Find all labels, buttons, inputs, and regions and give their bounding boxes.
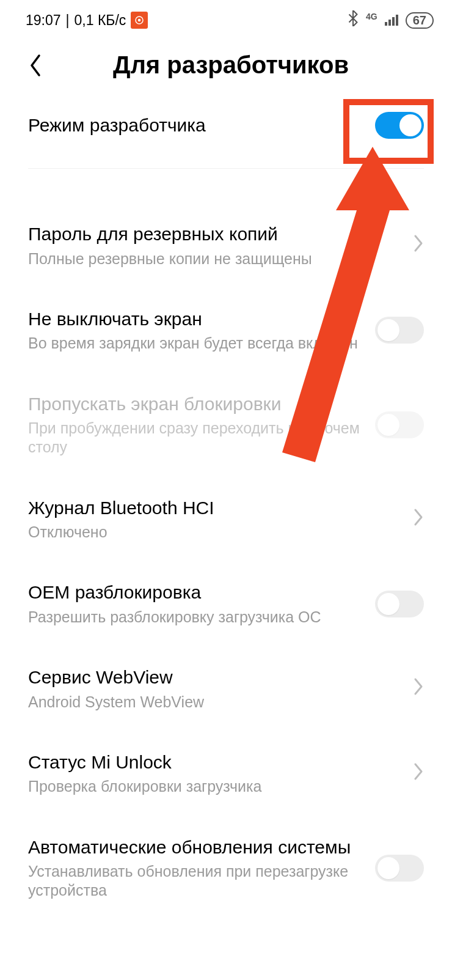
back-button[interactable] <box>22 52 49 79</box>
oem-unlock-sub: Разрешить разблокировку загрузчика ОС <box>28 608 363 627</box>
stay-awake-label: Не выключать экран <box>28 308 363 331</box>
row-skip-lock-screen: Пропускать экран блокировки При пробужде… <box>0 373 452 477</box>
developer-mode-label: Режим разработчика <box>28 114 363 137</box>
auto-update-label: Автоматические обновления системы <box>28 836 363 859</box>
mi-unlock-sub: Проверка блокировки загрузчика <box>28 777 401 796</box>
backup-password-label: Пароль для резервных копий <box>28 223 401 246</box>
auto-update-sub: Устанавливать обновления при перезагрузк… <box>28 862 363 901</box>
row-bluetooth-hci[interactable]: Журнал Bluetooth HCI Отключено <box>0 477 452 562</box>
row-oem-unlock[interactable]: OEM разблокировка Разрешить разблокировк… <box>0 561 452 646</box>
status-bar: 19:07 | 0,1 КБ/с 4G 67 <box>0 0 452 34</box>
chevron-right-icon <box>413 761 424 786</box>
status-right: 4G 67 <box>348 10 434 30</box>
stay-awake-sub: Во время зарядки экран будет всегда вклю… <box>28 334 363 353</box>
bluetooth-hci-sub: Отключено <box>28 523 401 542</box>
developer-mode-toggle[interactable] <box>375 112 424 139</box>
skip-lock-sub: При пробуждении сразу переходить к рабоч… <box>28 419 363 457</box>
oem-unlock-label: OEM разблокировка <box>28 581 363 604</box>
row-webview-service[interactable]: Сервис WebView Android System WebView <box>0 646 452 731</box>
skip-lock-toggle <box>375 411 424 438</box>
chevron-right-icon <box>413 506 424 532</box>
chevron-right-icon <box>413 676 424 701</box>
signal-icon <box>385 15 398 26</box>
status-sep: | <box>66 12 70 29</box>
status-time: 19:07 <box>26 12 61 29</box>
stay-awake-toggle[interactable] <box>375 317 424 344</box>
row-mi-unlock[interactable]: Статус Mi Unlock Проверка блокировки заг… <box>0 731 452 816</box>
bluetooth-hci-label: Журнал Bluetooth HCI <box>28 496 401 520</box>
settings-list: Режим разработчика Пароль для резервных … <box>0 87 452 920</box>
status-speed: 0,1 КБ/с <box>75 12 126 29</box>
network-type: 4G <box>366 12 377 21</box>
status-left: 19:07 | 0,1 КБ/с <box>26 12 148 29</box>
svg-point-1 <box>138 19 141 22</box>
oem-unlock-toggle[interactable] <box>375 591 424 617</box>
page-header: Для разработчиков <box>0 34 452 87</box>
auto-update-toggle[interactable] <box>375 855 424 882</box>
battery-indicator: 67 <box>406 12 434 29</box>
backup-password-sub: Полные резервные копии не защищены <box>28 249 401 268</box>
mi-unlock-label: Статус Mi Unlock <box>28 751 401 774</box>
row-backup-password[interactable]: Пароль для резервных копий Полные резерв… <box>0 203 452 288</box>
row-stay-awake[interactable]: Не выключать экран Во время зарядки экра… <box>0 288 452 373</box>
webview-sub: Android System WebView <box>28 693 401 712</box>
bluetooth-icon <box>348 10 359 30</box>
page-title: Для разработчиков <box>49 51 413 79</box>
webview-label: Сервис WebView <box>28 666 401 689</box>
row-auto-system-update[interactable]: Автоматические обновления системы Устана… <box>0 816 452 920</box>
app-notification-icon <box>131 12 148 29</box>
row-developer-mode[interactable]: Режим разработчика <box>0 87 452 168</box>
chevron-right-icon <box>413 232 424 258</box>
skip-lock-label: Пропускать экран блокировки <box>28 392 363 416</box>
